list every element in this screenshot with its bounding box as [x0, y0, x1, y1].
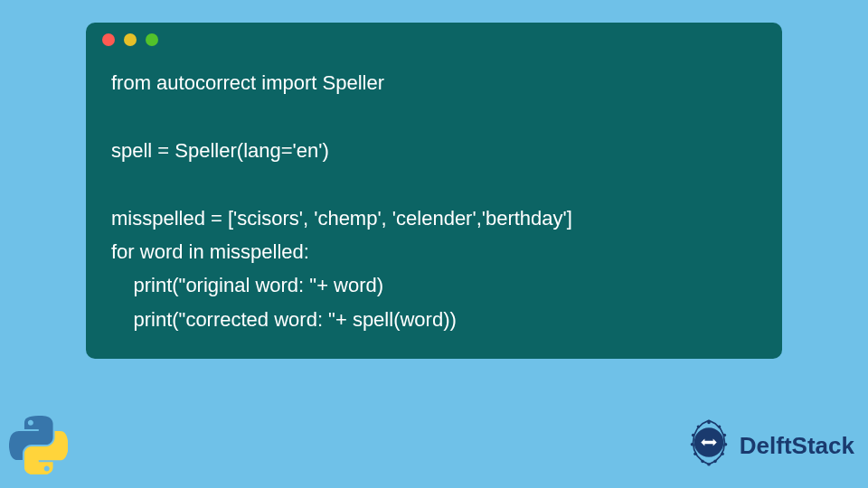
- svg-point-13: [692, 434, 694, 436]
- minimize-icon: [124, 33, 137, 46]
- code-line: print("original word: "+ word): [111, 274, 383, 296]
- maximize-icon: [146, 33, 158, 46]
- svg-point-7: [721, 453, 723, 455]
- delftstack-logo: DelftStack: [683, 419, 854, 472]
- delftstack-brand-text: DelftStack: [740, 432, 854, 460]
- code-line: print("corrected word: "+ spell(word)): [111, 308, 457, 331]
- delftstack-badge-icon: [683, 419, 735, 472]
- svg-point-10: [701, 460, 703, 463]
- svg-point-3: [707, 421, 710, 424]
- svg-point-12: [691, 443, 693, 446]
- svg-point-9: [707, 463, 710, 465]
- code-line: from autocorrect import Speller: [111, 71, 384, 94]
- code-block: from autocorrect import Speller spell = …: [86, 57, 782, 336]
- code-window: from autocorrect import Speller spell = …: [86, 23, 782, 359]
- close-icon: [102, 33, 115, 46]
- svg-point-5: [723, 434, 726, 436]
- python-logo-icon: [9, 416, 68, 474]
- svg-point-4: [718, 425, 721, 427]
- code-line: misspelled = ['scisors', 'chemp', 'celen…: [111, 207, 572, 230]
- window-titlebar: [86, 23, 782, 57]
- svg-point-6: [724, 443, 727, 446]
- code-line: for word in misspelled:: [111, 240, 309, 263]
- svg-point-8: [713, 460, 716, 463]
- svg-point-14: [697, 425, 700, 427]
- code-line: spell = Speller(lang='en'): [111, 139, 329, 162]
- svg-point-11: [693, 453, 696, 455]
